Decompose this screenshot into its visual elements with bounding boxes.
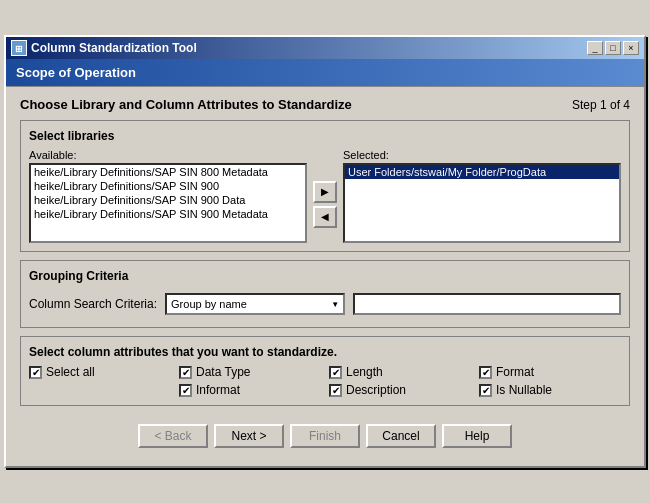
add-arrow-button[interactable]: ▶ bbox=[313, 181, 337, 203]
column-search-label: Column Search Criteria: bbox=[29, 297, 157, 311]
arrow-column: ▶ ◀ bbox=[313, 149, 337, 243]
checkbox-data-type[interactable]: ✔ Data Type bbox=[179, 365, 321, 379]
checkbox-informat[interactable]: ✔ Informat bbox=[179, 383, 321, 397]
title-bar: ⊞ Column Standardization Tool _ □ × bbox=[6, 37, 644, 59]
checkbox-format-label: Format bbox=[496, 365, 534, 379]
scope-bar: Scope of Operation bbox=[6, 59, 644, 87]
grouping-row: Column Search Criteria: Group by name ▼ bbox=[29, 289, 621, 319]
step-label: Step 1 of 4 bbox=[572, 98, 630, 112]
checkbox-is-nullable-input[interactable]: ✔ bbox=[479, 384, 492, 397]
attributes-section: Select column attributes that you want t… bbox=[20, 336, 630, 406]
title-bar-left: ⊞ Column Standardization Tool bbox=[11, 40, 197, 56]
group-by-dropdown[interactable]: Group by name ▼ bbox=[165, 293, 345, 315]
minimize-button[interactable]: _ bbox=[587, 41, 603, 55]
grouping-section-title: Grouping Criteria bbox=[29, 269, 621, 283]
selected-column: Selected: User Folders/stswai/My Folder/… bbox=[343, 149, 621, 243]
available-label: Available: bbox=[29, 149, 307, 161]
checkbox-length-input[interactable]: ✔ bbox=[329, 366, 342, 379]
finish-button[interactable]: Finish bbox=[290, 424, 360, 448]
selected-item[interactable]: User Folders/stswai/My Folder/ProgData bbox=[345, 165, 619, 179]
checkbox-is-nullable-label: Is Nullable bbox=[496, 383, 552, 397]
chevron-down-icon: ▼ bbox=[331, 300, 339, 309]
close-button[interactable]: × bbox=[623, 41, 639, 55]
checkbox-data-type-input[interactable]: ✔ bbox=[179, 366, 192, 379]
checkbox-format-input[interactable]: ✔ bbox=[479, 366, 492, 379]
selected-label: Selected: bbox=[343, 149, 621, 161]
extra-filter-input[interactable] bbox=[353, 293, 621, 315]
available-listbox[interactable]: heike/Library Definitions/SAP SIN 800 Me… bbox=[29, 163, 307, 243]
checkbox-select-all[interactable]: ✔ Select all bbox=[29, 365, 171, 379]
selected-listbox[interactable]: User Folders/stswai/My Folder/ProgData bbox=[343, 163, 621, 243]
checkbox-description-input[interactable]: ✔ bbox=[329, 384, 342, 397]
content-area: Choose Library and Column Attributes to … bbox=[6, 87, 644, 466]
checkbox-select-all-label: Select all bbox=[46, 365, 95, 379]
checkbox-data-type-label: Data Type bbox=[196, 365, 250, 379]
checkbox-informat-label: Informat bbox=[196, 383, 240, 397]
maximize-button[interactable]: □ bbox=[605, 41, 621, 55]
checkbox-informat-input[interactable]: ✔ bbox=[179, 384, 192, 397]
remove-arrow-button[interactable]: ◀ bbox=[313, 206, 337, 228]
back-button[interactable]: < Back bbox=[138, 424, 208, 448]
list-item[interactable]: heike/Library Definitions/SAP SIN 900 Me… bbox=[31, 207, 305, 221]
next-button[interactable]: Next > bbox=[214, 424, 284, 448]
libraries-section: Select libraries Available: heike/Librar… bbox=[20, 120, 630, 252]
dropdown-value: Group by name bbox=[171, 298, 247, 310]
libraries-section-title: Select libraries bbox=[29, 129, 621, 143]
checkbox-length[interactable]: ✔ Length bbox=[329, 365, 471, 379]
cancel-button[interactable]: Cancel bbox=[366, 424, 436, 448]
attributes-grid: ✔ Select all ✔ Data Type ✔ Length ✔ Form… bbox=[29, 365, 621, 397]
list-item[interactable]: heike/Library Definitions/SAP SIN 900 bbox=[31, 179, 305, 193]
scope-title: Scope of Operation bbox=[16, 65, 136, 80]
attributes-section-title: Select column attributes that you want t… bbox=[29, 345, 621, 359]
step-title: Choose Library and Column Attributes to … bbox=[20, 97, 352, 112]
checkbox-description-label: Description bbox=[346, 383, 406, 397]
grouping-section: Grouping Criteria Column Search Criteria… bbox=[20, 260, 630, 328]
button-row: < Back Next > Finish Cancel Help bbox=[20, 414, 630, 456]
checkbox-format[interactable]: ✔ Format bbox=[479, 365, 621, 379]
empty-cell bbox=[29, 383, 171, 397]
checkbox-select-all-input[interactable]: ✔ bbox=[29, 366, 42, 379]
list-item[interactable]: heike/Library Definitions/SAP SIN 900 Da… bbox=[31, 193, 305, 207]
app-icon: ⊞ bbox=[11, 40, 27, 56]
checkbox-length-label: Length bbox=[346, 365, 383, 379]
main-window: ⊞ Column Standardization Tool _ □ × Scop… bbox=[4, 35, 646, 468]
checkbox-description[interactable]: ✔ Description bbox=[329, 383, 471, 397]
title-controls: _ □ × bbox=[587, 41, 639, 55]
help-button[interactable]: Help bbox=[442, 424, 512, 448]
available-column: Available: heike/Library Definitions/SAP… bbox=[29, 149, 307, 243]
checkbox-is-nullable[interactable]: ✔ Is Nullable bbox=[479, 383, 621, 397]
window-title: Column Standardization Tool bbox=[31, 41, 197, 55]
libraries-row: Available: heike/Library Definitions/SAP… bbox=[29, 149, 621, 243]
step-header: Choose Library and Column Attributes to … bbox=[20, 97, 630, 112]
list-item[interactable]: heike/Library Definitions/SAP SIN 800 Me… bbox=[31, 165, 305, 179]
